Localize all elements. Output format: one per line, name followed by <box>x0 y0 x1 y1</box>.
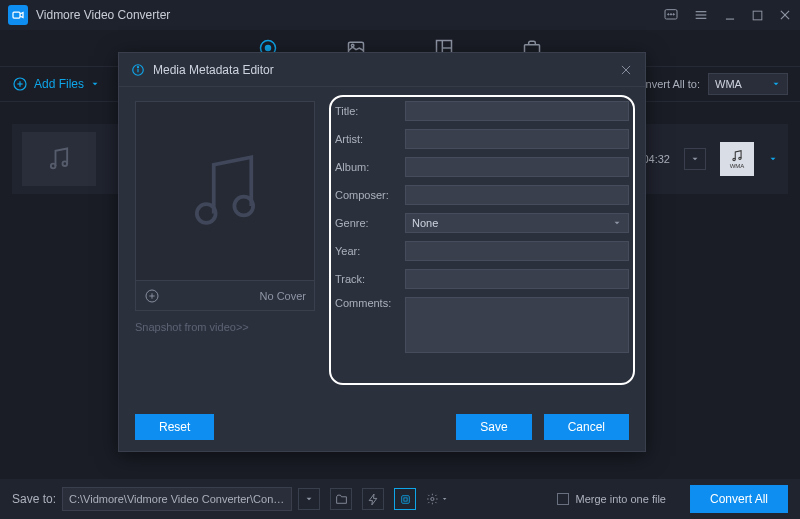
output-format-select[interactable]: WMA <box>708 73 788 95</box>
svg-point-32 <box>137 66 138 67</box>
convert-all-button[interactable]: Convert All <box>690 485 788 513</box>
genre-value: None <box>412 217 438 229</box>
comments-label: Comments: <box>335 297 405 309</box>
svg-rect-41 <box>403 497 406 500</box>
output-format-badge[interactable]: WMA <box>720 142 754 176</box>
modal-close-button[interactable] <box>619 63 633 77</box>
title-input[interactable] <box>405 101 629 121</box>
gpu-on-icon[interactable] <box>394 488 416 510</box>
file-thumb <box>22 132 96 186</box>
add-cover-button[interactable] <box>144 288 160 304</box>
svg-rect-0 <box>13 12 20 18</box>
format-chevron-icon[interactable] <box>768 154 778 164</box>
svg-rect-40 <box>401 495 409 503</box>
save-path-value: C:\Vidmore\Vidmore Video Converter\Conve… <box>69 493 285 505</box>
modal-header: Media Metadata Editor <box>119 53 645 87</box>
composer-input[interactable] <box>405 185 629 205</box>
album-label: Album: <box>335 161 405 173</box>
svg-rect-9 <box>753 11 762 20</box>
genre-label: Genre: <box>335 217 405 229</box>
output-format-value: WMA <box>715 78 742 90</box>
artist-label: Artist: <box>335 133 405 145</box>
track-label: Track: <box>335 273 405 285</box>
save-button[interactable]: Save <box>456 414 531 440</box>
merge-label: Merge into one file <box>575 493 666 505</box>
add-files-button[interactable]: Add Files <box>12 76 100 92</box>
svg-point-4 <box>673 14 674 15</box>
cover-preview <box>135 101 315 281</box>
svg-point-27 <box>63 161 68 166</box>
minimize-icon[interactable] <box>723 8 737 22</box>
composer-label: Composer: <box>335 189 405 201</box>
menu-icon[interactable] <box>693 7 709 23</box>
svg-point-29 <box>738 157 740 159</box>
close-icon[interactable] <box>778 8 792 22</box>
svg-point-28 <box>733 158 735 160</box>
title-label: Title: <box>335 105 405 117</box>
cancel-button[interactable]: Cancel <box>544 414 629 440</box>
path-dropdown-icon[interactable] <box>298 488 320 510</box>
bottom-bar: Save to: C:\Vidmore\Vidmore Video Conver… <box>0 479 800 519</box>
merge-checkbox[interactable] <box>557 493 569 505</box>
chevron-down-icon <box>771 79 781 89</box>
feedback-icon[interactable] <box>663 7 679 23</box>
modal-title: Media Metadata Editor <box>153 63 274 77</box>
file-edit-icon[interactable] <box>684 148 706 170</box>
snapshot-link[interactable]: Snapshot from video>> <box>135 321 315 333</box>
comments-input[interactable] <box>405 297 629 353</box>
svg-point-3 <box>670 14 671 15</box>
no-cover-label: No Cover <box>260 290 306 302</box>
artist-input[interactable] <box>405 129 629 149</box>
svg-point-2 <box>668 14 669 15</box>
chevron-down-icon <box>612 218 622 228</box>
save-path-input[interactable]: C:\Vidmore\Vidmore Video Converter\Conve… <box>62 487 292 511</box>
svg-point-26 <box>51 164 56 169</box>
year-label: Year: <box>335 245 405 257</box>
track-input[interactable] <box>405 269 629 289</box>
maximize-icon[interactable] <box>751 9 764 22</box>
svg-point-13 <box>266 46 271 51</box>
metadata-editor-modal: Media Metadata Editor No Cover Snapshot … <box>118 52 646 452</box>
reset-button[interactable]: Reset <box>135 414 214 440</box>
svg-point-42 <box>431 497 434 500</box>
app-title: Vidmore Video Converter <box>36 8 170 22</box>
year-input[interactable] <box>405 241 629 261</box>
genre-select[interactable]: None <box>405 213 629 233</box>
app-logo <box>8 5 28 25</box>
info-icon <box>131 63 145 77</box>
add-files-label: Add Files <box>34 77 84 91</box>
album-input[interactable] <box>405 157 629 177</box>
speed-off-icon[interactable] <box>362 488 384 510</box>
save-to-label: Save to: <box>12 492 56 506</box>
chevron-down-icon <box>90 79 100 89</box>
titlebar: Vidmore Video Converter <box>0 0 800 30</box>
settings-icon[interactable] <box>426 488 448 510</box>
open-folder-icon[interactable] <box>330 488 352 510</box>
